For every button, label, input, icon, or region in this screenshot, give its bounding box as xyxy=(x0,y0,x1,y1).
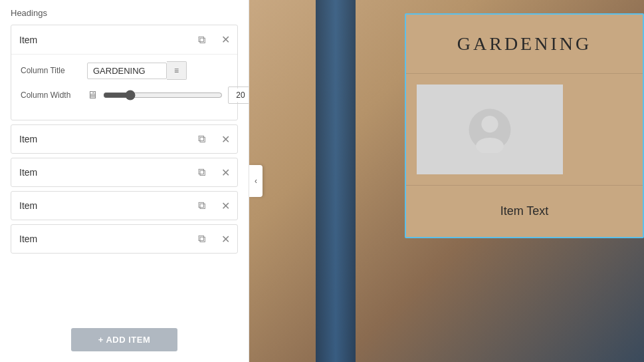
card-image-cell xyxy=(406,74,643,186)
placeholder-image xyxy=(417,85,563,174)
item-expanded-row: Item ⧉ ✕ Column Title ≡ Column Width 🖥 xyxy=(11,25,238,120)
item-row-3: Item ⧉ ✕ xyxy=(11,158,238,187)
bottom-bar: + ADD ITEM xyxy=(11,316,238,354)
item-label-2: Item xyxy=(11,134,189,144)
column-width-row: Column Width 🖥 ▲ ▼ xyxy=(21,87,228,104)
right-panel: ‹ GARDENING Item Text xyxy=(249,0,644,362)
close-button-2[interactable]: ✕ xyxy=(213,124,237,154)
column-title-input[interactable] xyxy=(87,63,167,79)
item-row-top: Item ⧉ ✕ xyxy=(11,25,237,55)
item-label-4: Item xyxy=(11,200,189,211)
item-options: Column Title ≡ Column Width 🖥 xyxy=(11,55,237,120)
card-item-text: Item Text xyxy=(500,204,549,218)
close-button-4[interactable]: ✕ xyxy=(213,191,237,220)
column-title-row: Column Title ≡ xyxy=(21,61,228,80)
number-input-wrap: ▲ ▼ xyxy=(228,87,249,104)
column-title-label: Column Title xyxy=(21,66,87,75)
monitor-icon: 🖥 xyxy=(87,89,98,101)
item-label-1: Item xyxy=(11,35,189,45)
database-icon: ≡ xyxy=(174,66,179,75)
placeholder-image-icon xyxy=(467,106,513,153)
close-button-3[interactable]: ✕ xyxy=(213,158,237,187)
copy-button-5[interactable]: ⧉ xyxy=(189,224,213,254)
column-title-value: ≡ xyxy=(87,61,228,80)
card-header: GARDENING xyxy=(406,15,643,74)
slider-container xyxy=(103,90,223,100)
copy-button-1[interactable]: ⧉ xyxy=(189,25,213,55)
card-text-cell: Item Text xyxy=(406,186,643,237)
svg-point-1 xyxy=(481,116,498,132)
item-row-4: Item ⧉ ✕ xyxy=(11,191,238,220)
item-row-2: Item ⧉ ✕ xyxy=(11,124,238,154)
add-item-button[interactable]: + ADD ITEM xyxy=(71,328,177,351)
slider-row: 🖥 ▲ ▼ xyxy=(87,87,249,104)
column-width-slider[interactable] xyxy=(103,90,223,100)
arrow-left-icon: ‹ xyxy=(255,176,257,186)
close-button-5[interactable]: ✕ xyxy=(213,224,237,254)
copy-button-2[interactable]: ⧉ xyxy=(189,124,213,154)
blue-stripe xyxy=(316,0,356,362)
database-icon-button[interactable]: ≡ xyxy=(167,61,187,80)
copy-button-4[interactable]: ⧉ xyxy=(189,191,213,220)
column-width-label: Column Width xyxy=(21,90,87,100)
item-label-3: Item xyxy=(11,167,189,178)
toggle-panel-button[interactable]: ‹ xyxy=(249,165,263,197)
column-width-number-input[interactable] xyxy=(229,89,249,102)
card-header-text: GARDENING xyxy=(457,33,591,54)
close-button-1[interactable]: ✕ xyxy=(213,25,237,55)
left-panel: Headings Item ⧉ ✕ Column Title ≡ Column … xyxy=(0,0,249,362)
copy-button-3[interactable]: ⧉ xyxy=(189,158,213,187)
item-label-5: Item xyxy=(11,234,189,244)
card-container: GARDENING Item Text xyxy=(405,13,644,238)
item-row-5: Item ⧉ ✕ xyxy=(11,224,238,254)
panel-heading: Headings xyxy=(11,8,238,18)
